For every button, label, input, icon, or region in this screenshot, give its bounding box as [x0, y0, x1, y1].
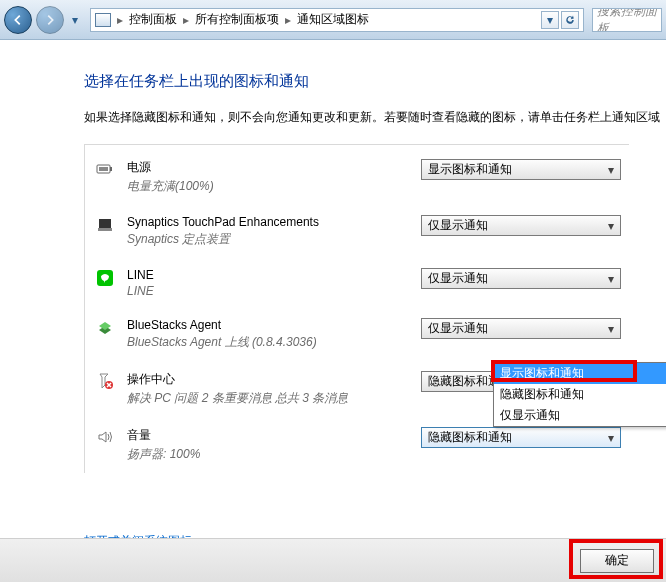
chevron-down-icon: ▾ [603, 320, 618, 337]
volume-icon [95, 427, 115, 447]
item-status: LINE [127, 284, 409, 298]
breadcrumb[interactable]: 所有控制面板项 [195, 11, 279, 28]
search-placeholder: 搜索控制面板 [597, 8, 657, 32]
item-name: Synaptics TouchPad Enhancements [127, 215, 409, 229]
line-app-icon [95, 268, 115, 288]
behavior-select[interactable]: 仅显示通知 ▾ [421, 318, 621, 339]
list-item: BlueStacks Agent BlueStacks Agent 上线 (0.… [85, 308, 629, 361]
dropdown-option[interactable]: 仅显示通知 [494, 405, 666, 426]
power-icon [95, 159, 115, 179]
page-title: 选择在任务栏上出现的图标和通知 [84, 72, 666, 91]
action-center-icon [95, 371, 115, 391]
bluestacks-icon [95, 318, 115, 338]
item-status: 电量充满(100%) [127, 178, 409, 195]
chevron-right-icon: ▸ [183, 13, 189, 27]
touchpad-icon [95, 215, 115, 235]
chevron-down-icon: ▾ [603, 429, 618, 446]
page-description: 如果选择隐藏图标和通知，则不会向您通知更改和更新。若要随时查看隐藏的图标，请单击… [84, 109, 666, 126]
svg-rect-1 [110, 167, 112, 171]
item-status: Synaptics 定点装置 [127, 231, 409, 248]
breadcrumb[interactable]: 控制面板 [129, 11, 177, 28]
window-navbar: ▾ ▸ 控制面板 ▸ 所有控制面板项 ▸ 通知区域图标 ▾ 搜索控制面板 [0, 0, 666, 40]
item-name: LINE [127, 268, 409, 282]
item-name: BlueStacks Agent [127, 318, 409, 332]
back-button[interactable] [4, 6, 32, 34]
chevron-right-icon: ▸ [285, 13, 291, 27]
control-panel-icon [95, 13, 111, 27]
dropdown-option[interactable]: 显示图标和通知 [494, 363, 666, 384]
list-item: 电源 电量充满(100%) 显示图标和通知 ▾ [85, 149, 629, 205]
behavior-select[interactable]: 仅显示通知 ▾ [421, 215, 621, 236]
dialog-bottom-bar: 确定 [0, 538, 666, 582]
behavior-select[interactable]: 显示图标和通知 ▾ [421, 159, 621, 180]
item-status: 解决 PC 问题 2 条重要消息 总共 3 条消息 [127, 390, 409, 407]
address-bar[interactable]: ▸ 控制面板 ▸ 所有控制面板项 ▸ 通知区域图标 ▾ [90, 8, 584, 32]
chevron-down-icon: ▾ [603, 270, 618, 287]
chevron-right-icon: ▸ [117, 13, 123, 27]
svg-rect-3 [99, 219, 111, 228]
ok-button[interactable]: 确定 [580, 549, 654, 573]
svg-rect-4 [98, 228, 112, 231]
breadcrumb[interactable]: 通知区域图标 [297, 11, 369, 28]
refresh-button[interactable] [561, 11, 579, 29]
list-item: Synaptics TouchPad Enhancements Synaptic… [85, 205, 629, 258]
item-name: 操作中心 [127, 371, 409, 388]
item-name: 电源 [127, 159, 409, 176]
dropdown-option[interactable]: 隐藏图标和通知 [494, 384, 666, 405]
item-status: BlueStacks Agent 上线 (0.8.4.3036) [127, 334, 409, 351]
chevron-down-icon: ▾ [603, 161, 618, 178]
behavior-select[interactable]: 仅显示通知 ▾ [421, 268, 621, 289]
behavior-select[interactable]: 隐藏图标和通知 ▾ [421, 427, 621, 448]
behavior-dropdown-menu: 显示图标和通知 隐藏图标和通知 仅显示通知 [493, 362, 666, 427]
item-status: 扬声器: 100% [127, 446, 409, 463]
svg-rect-2 [99, 167, 108, 171]
search-input[interactable]: 搜索控制面板 [592, 8, 662, 32]
history-dropdown[interactable]: ▾ [68, 6, 82, 34]
forward-button[interactable] [36, 6, 64, 34]
list-item: LINE LINE 仅显示通知 ▾ [85, 258, 629, 308]
content-area: 选择在任务栏上出现的图标和通知 如果选择隐藏图标和通知，则不会向您通知更改和更新… [0, 40, 666, 538]
address-dropdown[interactable]: ▾ [541, 11, 559, 29]
item-name: 音量 [127, 427, 409, 444]
chevron-down-icon: ▾ [603, 217, 618, 234]
